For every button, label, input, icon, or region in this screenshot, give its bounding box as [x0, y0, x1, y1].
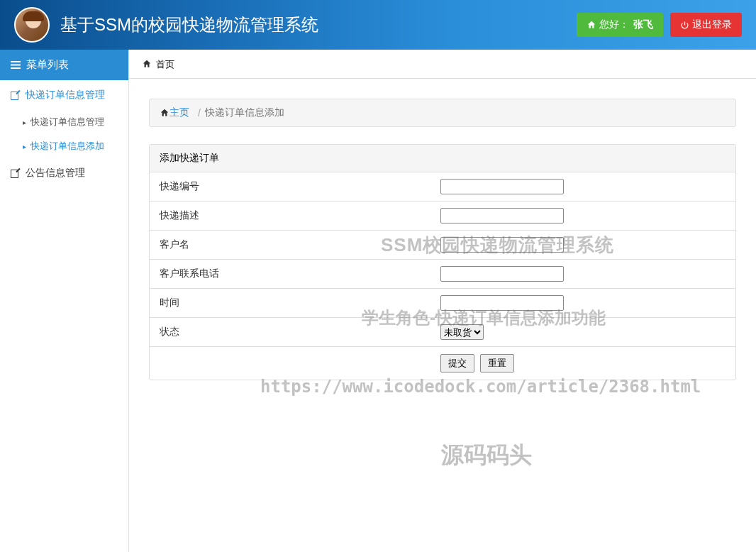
- greeting-prefix: 您好：: [599, 18, 629, 31]
- home-icon: [142, 59, 155, 70]
- sidebar-subitem-label: 快递订单信息管理: [30, 116, 104, 128]
- submit-button[interactable]: 提交: [440, 354, 474, 372]
- logout-label: 退出登录: [692, 18, 732, 31]
- sidebar-subitem-label: 快递订单信息添加: [30, 140, 104, 153]
- breadcrumb-home-link[interactable]: 主页: [169, 106, 189, 119]
- input-customer-name[interactable]: [440, 237, 564, 253]
- username: 张飞: [633, 18, 653, 31]
- caret-right-icon: ▸: [23, 143, 26, 150]
- home-icon: [160, 107, 169, 118]
- form-row-description: 快递描述: [150, 202, 735, 231]
- greeting-button[interactable]: 您好： 张飞: [577, 13, 663, 37]
- form-row-customer-name: 客户名: [150, 231, 735, 260]
- form-actions: 提交 重置: [150, 347, 735, 380]
- edit-icon: [11, 91, 20, 100]
- sidebar-item-express-order[interactable]: 快递订单信息管理: [0, 80, 128, 110]
- main-content: 首页 主页 / 快递订单信息添加 添加快递订单 快递编号 快递描述: [129, 50, 756, 552]
- caret-right-icon: ▸: [23, 118, 26, 126]
- label-time: 时间: [150, 289, 440, 317]
- tab-bar: 首页: [129, 50, 756, 79]
- app-title: 基于SSM的校园快递物流管理系统: [60, 13, 569, 36]
- sidebar-item-label: 公告信息管理: [26, 167, 85, 180]
- input-description[interactable]: [440, 208, 564, 223]
- form-row-time: 时间: [150, 289, 735, 318]
- sidebar-item-label: 快递订单信息管理: [26, 89, 105, 101]
- input-express-no[interactable]: [440, 179, 564, 194]
- menu-title: 菜单列表: [26, 58, 69, 72]
- input-customer-phone[interactable]: [440, 266, 564, 282]
- form-row-status: 状态 未取货: [150, 318, 735, 347]
- sidebar: 菜单列表 快递订单信息管理 ▸ 快递订单信息管理 ▸ 快递订单信息添加 公告信息…: [0, 50, 129, 552]
- tab-home[interactable]: 首页: [156, 59, 174, 70]
- select-status[interactable]: 未取货: [440, 324, 484, 340]
- form-row-customer-phone: 客户联系电话: [150, 260, 735, 289]
- edit-icon: [11, 169, 20, 178]
- input-time[interactable]: [440, 295, 564, 311]
- label-description: 快递描述: [150, 202, 440, 230]
- breadcrumb-separator: /: [198, 107, 201, 118]
- label-customer-phone: 客户联系电话: [150, 260, 440, 288]
- app-header: 基于SSM的校园快递物流管理系统 您好： 张飞 退出登录: [0, 0, 756, 50]
- panel-title: 添加快递订单: [150, 145, 735, 172]
- label-customer-name: 客户名: [150, 231, 440, 259]
- power-icon: [680, 19, 689, 31]
- sidebar-item-announcement[interactable]: 公告信息管理: [0, 158, 128, 188]
- menu-header: 菜单列表: [0, 50, 128, 80]
- breadcrumb: 主页 / 快递订单信息添加: [149, 99, 736, 127]
- home-icon: [587, 19, 596, 31]
- reset-button[interactable]: 重置: [480, 354, 514, 372]
- breadcrumb-current: 快递订单信息添加: [205, 106, 284, 119]
- label-status: 状态: [150, 318, 440, 346]
- sidebar-subitem-express-add[interactable]: ▸ 快递订单信息添加: [0, 134, 128, 158]
- watermark-brand: 源码码头: [441, 440, 532, 471]
- form-panel: 添加快递订单 快递编号 快递描述 客户名 客户联系电话: [149, 144, 736, 380]
- form-row-express-no: 快递编号: [150, 172, 735, 202]
- logout-button[interactable]: 退出登录: [670, 13, 742, 37]
- label-express-no: 快递编号: [150, 172, 440, 201]
- list-icon: [11, 61, 21, 69]
- sidebar-subitem-express-manage[interactable]: ▸ 快递订单信息管理: [0, 110, 128, 134]
- avatar: [14, 7, 50, 43]
